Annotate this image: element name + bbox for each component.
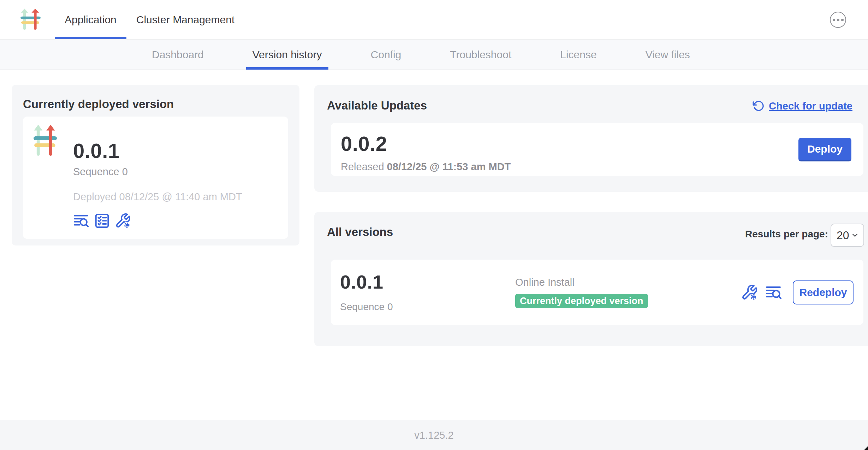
app-logo-icon	[20, 8, 41, 31]
ellipsis-dot	[833, 19, 835, 21]
tab-dashboard[interactable]: Dashboard	[145, 40, 210, 70]
cursor-artifact	[863, 445, 868, 450]
app-subnav: Dashboard Version history Config Trouble…	[0, 40, 868, 70]
admin-console-screen: Application Cluster Management Dashboard…	[0, 0, 868, 450]
results-per-page-select[interactable]: 20	[831, 224, 864, 247]
install-type-label: Online Install	[515, 277, 741, 288]
ellipsis-menu-button[interactable]	[830, 12, 846, 28]
version-row-actions: Redeploy	[741, 280, 854, 304]
tab-troubleshoot[interactable]: Troubleshoot	[444, 40, 518, 70]
update-version-number: 0.0.2	[341, 134, 863, 154]
tab-license[interactable]: License	[554, 40, 603, 70]
results-per-page-label: Results per page:	[745, 229, 828, 240]
all-versions-card: All versions Results per page: 20 0.0.1 …	[314, 212, 868, 346]
row-version-number: 0.0.1	[340, 272, 515, 291]
ellipsis-dot	[837, 19, 839, 21]
update-released-timestamp: Released 08/12/25 @ 11:53 am MDT	[341, 161, 863, 173]
deployed-timestamp: Deployed 08/12/25 @ 11:40 am MDT	[73, 191, 242, 203]
diff-icon[interactable]	[73, 213, 89, 229]
app-logo-icon	[34, 124, 57, 158]
deployed-card-title: Currently deployed version	[12, 85, 299, 111]
row-sequence: Sequence 0	[340, 301, 515, 313]
console-version-label: v1.125.2	[414, 430, 453, 441]
deployed-version-info: 0.0.1 Sequence 0 Deployed 08/12/25 @ 11:…	[73, 141, 242, 229]
released-date: 08/12/25 @ 11:53 am MDT	[387, 161, 511, 172]
status-badge: Currently deployed version	[515, 294, 648, 308]
version-row-info: 0.0.1 Sequence 0	[340, 272, 515, 313]
config-edit-icon[interactable]	[741, 284, 758, 301]
header-tabs: Application Cluster Management	[55, 0, 244, 39]
app-footer: v1.125.2	[0, 420, 868, 450]
released-prefix: Released	[341, 161, 384, 172]
check-for-update-link[interactable]: Check for update	[753, 100, 852, 112]
preflight-checks-icon[interactable]	[94, 213, 110, 229]
tab-cluster-management[interactable]: Cluster Management	[126, 0, 244, 39]
update-version-panel: 0.0.2 Released 08/12/25 @ 11:53 am MDT D…	[331, 123, 863, 176]
deployed-action-icons	[73, 213, 242, 229]
currently-deployed-card: Currently deployed version 0.0.1 Sequenc…	[12, 85, 299, 245]
ellipsis-dot	[841, 19, 844, 21]
check-for-update-label: Check for update	[769, 100, 852, 112]
tab-config[interactable]: Config	[364, 40, 408, 70]
tab-application[interactable]: Application	[55, 0, 126, 39]
deployed-version-panel: 0.0.1 Sequence 0 Deployed 08/12/25 @ 11:…	[23, 117, 288, 239]
tab-view-files[interactable]: View files	[639, 40, 696, 70]
available-updates-card: Available Updates Check for update 0.0.2…	[314, 85, 868, 192]
header-spacer	[244, 0, 830, 39]
results-per-page-value: 20	[837, 229, 851, 242]
deployed-sequence: Sequence 0	[73, 166, 242, 178]
app-header: Application Cluster Management	[0, 0, 868, 40]
redeploy-button[interactable]: Redeploy	[793, 280, 854, 304]
tab-version-history[interactable]: Version history	[246, 40, 328, 70]
refresh-icon	[753, 100, 765, 112]
version-row-status: Online Install Currently deployed versio…	[515, 277, 741, 308]
diff-icon[interactable]	[765, 284, 782, 301]
config-edit-icon[interactable]	[115, 213, 131, 229]
deployed-version-number: 0.0.1	[73, 141, 242, 161]
chevron-down-icon	[851, 231, 859, 239]
version-row: 0.0.1 Sequence 0 Online Install Currentl…	[331, 260, 863, 325]
deploy-button[interactable]: Deploy	[798, 138, 851, 161]
